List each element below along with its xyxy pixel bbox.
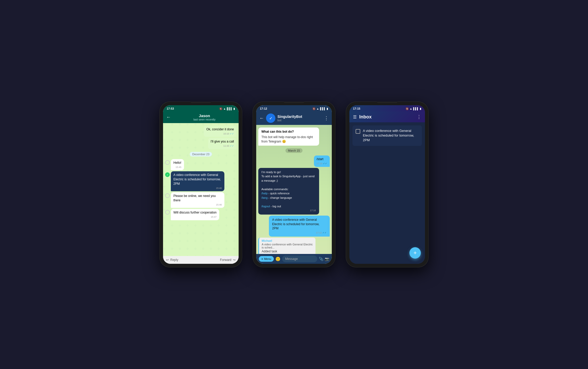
- msg-time: 17:10: [261, 209, 316, 212]
- more-options-button[interactable]: ⋮: [417, 114, 421, 120]
- chat-footer-2: ≡ Menu 🙂 Message 📎 📷: [256, 254, 332, 264]
- contact-info: Jason last seen recently: [173, 113, 236, 121]
- battery-icon: ▮: [420, 107, 421, 110]
- contact-name: Jason: [173, 113, 236, 118]
- intro-body: This bot will help manage to-dos right f…: [261, 135, 316, 144]
- status-time-2: 17:12: [260, 107, 267, 110]
- msg-text: Will discuss further cooperation: [173, 210, 217, 215]
- logout-link[interactable]: /logout: [261, 205, 270, 208]
- date-divider-2: March 15: [285, 148, 303, 153]
- read-ticks: ✓✓: [230, 132, 234, 135]
- reply-button[interactable]: ↩ Reply: [166, 258, 178, 262]
- forward-button[interactable]: Forward ↪: [220, 258, 236, 262]
- msg-status-checked: ✓: [165, 172, 170, 177]
- task-text: A video conference with General Electric…: [363, 129, 419, 143]
- start-command-bubble: /start 17:10 ✓✓: [314, 155, 330, 167]
- message-bubble: Ok, concider it done 10:10 ✓✓: [204, 126, 237, 137]
- read-ticks: ✓✓: [230, 145, 234, 147]
- help-link[interactable]: /help: [261, 192, 268, 195]
- inbox-header: ☰ Inbox ⋮: [349, 111, 425, 122]
- back-button[interactable]: ←: [259, 116, 264, 121]
- inbox-body: A video conference with General Electric…: [349, 122, 425, 264]
- add-task-button[interactable]: +: [409, 247, 421, 259]
- msg-time: 11:43 ✓✓: [211, 144, 234, 148]
- message-input[interactable]: Message: [282, 256, 317, 262]
- status-icons-3: 🔇 ▲ ▌▌▌ ▮: [406, 107, 421, 110]
- msg-text: Ok, concider it done: [206, 127, 234, 132]
- user-msg-text: A video conference with General Electric…: [272, 218, 327, 231]
- msg-text: I'll give you a call: [211, 139, 234, 144]
- message-bubble: Will discuss further cooperation 15:47: [171, 209, 219, 220]
- status-bar-2: 17:12 🔇 ▲ ▌▌▌ ▮: [256, 105, 332, 111]
- phone-whatsapp: 17:53 🔇 ▲ ▌▌▌ ▮ ← Jason last seen recent…: [159, 102, 242, 267]
- message-bubble: I'll give you a call 11:43 ✓✓: [208, 138, 237, 149]
- signal-icon: 🔇: [406, 107, 409, 110]
- task-checkbox[interactable]: [356, 129, 360, 134]
- hamburger-menu-button[interactable]: ☰: [353, 115, 357, 119]
- bot-name: SingularityBot: [277, 115, 322, 119]
- signal-bars: ▌▌▌: [413, 107, 419, 110]
- msg-time: 15:45: [173, 166, 181, 169]
- msg-with-icon: Hello! 15:45: [165, 159, 237, 170]
- menu-icon: ≡: [261, 257, 263, 260]
- back-button[interactable]: ←: [166, 115, 171, 120]
- ticks: ✓✓: [323, 162, 327, 165]
- more-options-button[interactable]: ⋮: [324, 115, 329, 121]
- msg-with-icon: Please be online, we need you there 15:4…: [165, 192, 237, 208]
- emoji-button[interactable]: 🙂: [275, 257, 281, 261]
- bot-status: bot: [277, 119, 322, 122]
- msg-time: 17:10 ✓✓: [317, 162, 327, 165]
- signal-bars: ▌▌▌: [320, 107, 326, 110]
- added-task-label: Added task: [262, 250, 313, 253]
- signal-icon: 🔇: [312, 107, 315, 110]
- bot-info: SingularityBot bot: [277, 115, 322, 122]
- wifi-icon: ▲: [317, 107, 319, 110]
- status-bar-1: 17:53 🔇 ▲ ▌▌▌ ▮: [163, 105, 239, 111]
- chat-header-1: ← Jason last seen recently: [163, 111, 239, 123]
- menu-label: Menu: [264, 257, 271, 260]
- chat-body-1: Ok, concider it done 10:10 ✓✓ I'll give …: [163, 123, 239, 256]
- msg-time: 15:47: [173, 215, 217, 219]
- status-icons-2: 🔇 ▲ ▌▌▌ ▮: [312, 107, 328, 110]
- message-bubble: Please be online, we need you there 15:4…: [171, 192, 224, 208]
- msg-text: A video conference with General Electric…: [173, 173, 222, 186]
- msg-status-empty: [165, 210, 170, 215]
- chat-footer-1: ↩ Reply Forward ↪: [163, 256, 239, 264]
- status-icons-1: 🔇 ▲ ▌▌▌ ▮: [219, 107, 235, 110]
- phone-inbox: 17:15 🔇 ▲ ▌▌▌ ▮ ☰ Inbox ⋮ A video confer…: [346, 102, 429, 267]
- reply-label: Reply: [170, 258, 178, 262]
- battery-icon: ▮: [327, 107, 328, 110]
- msg-with-icon: Will discuss further cooperation 15:47: [165, 209, 237, 220]
- msg-time: 17:12 ✓✓: [272, 231, 327, 235]
- intro-title: What can this bot do?: [261, 130, 316, 134]
- msg-text: Hello!: [173, 161, 181, 165]
- bot-avatar: ✓: [266, 113, 275, 123]
- user-task-bubble: A video conference with General Electric…: [269, 216, 330, 237]
- date-divider: December 23: [190, 152, 212, 157]
- lang-link[interactable]: /lang: [261, 196, 268, 199]
- status-time-3: 17:15: [353, 107, 360, 110]
- status-time-1: 17:53: [167, 107, 174, 110]
- bot-reply-text: I'm ready to go! To add a task to Singul…: [261, 170, 316, 209]
- status-bar-3: 17:15 🔇 ▲ ▌▌▌ ▮: [349, 105, 425, 111]
- phone-telegram: 17:12 🔇 ▲ ▌▌▌ ▮ ← ✓ SingularityBot bot ⋮: [253, 102, 335, 267]
- chat-body-2: What can this bot do? This bot will help…: [256, 125, 332, 254]
- camera-button[interactable]: 📷: [325, 257, 329, 261]
- wifi-icon: ▲: [410, 107, 412, 110]
- bot-reply-bubble: I'm ready to go! To add a task to Singul…: [258, 168, 319, 215]
- phone-screen: 17:15 🔇 ▲ ▌▌▌ ▮ ☰ Inbox ⋮ A video confer…: [349, 105, 425, 264]
- phone-screen: 17:12 🔇 ▲ ▌▌▌ ▮ ← ✓ SingularityBot bot ⋮: [256, 105, 332, 264]
- phone-notch: [284, 102, 304, 103]
- signal-bars: ▌▌▌: [227, 107, 232, 110]
- msg-status-empty: [165, 160, 170, 165]
- phone-notch: [377, 102, 398, 103]
- attachment-button[interactable]: 📎: [319, 257, 323, 261]
- check-icon: ✓: [269, 116, 273, 121]
- battery-icon: ▮: [233, 107, 235, 110]
- phones-container: 17:53 🔇 ▲ ▌▌▌ ▮ ← Jason last seen recent…: [159, 102, 429, 267]
- forward-label: Forward: [220, 258, 231, 262]
- contact-status: last seen recently: [173, 118, 236, 121]
- message-bubble: A video conference with General Electric…: [171, 171, 224, 191]
- msg-time: 10:10 ✓✓: [206, 132, 234, 136]
- menu-button[interactable]: ≡ Menu: [259, 256, 274, 262]
